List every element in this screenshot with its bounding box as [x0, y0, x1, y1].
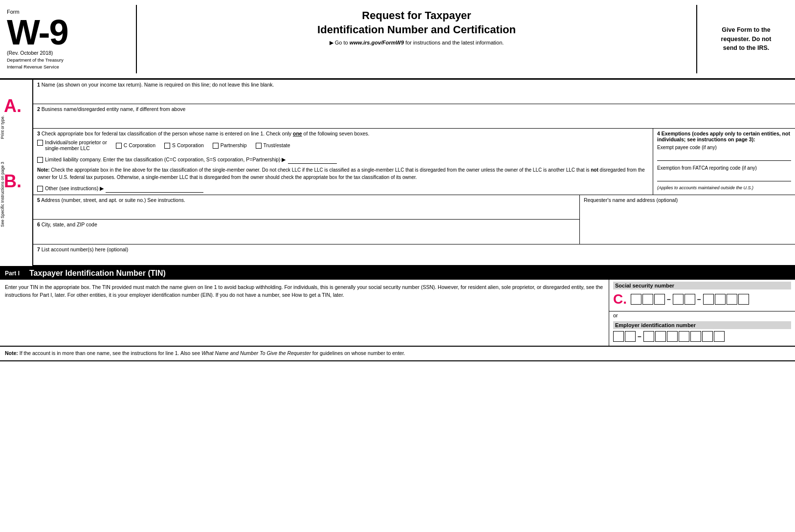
field6-num: 6	[37, 222, 40, 227]
fatca-note: (Applies to accounts maintained outside …	[657, 185, 791, 190]
field3-area: 3 Check appropriate box for federal tax …	[33, 129, 653, 195]
address-container: 5 Address (number, street, and apt. or s…	[33, 195, 795, 244]
ein-cell-7[interactable]	[690, 331, 701, 342]
other-label: Other (see instructions) ▶	[45, 185, 104, 191]
ein-segment1	[613, 331, 636, 342]
checkbox-individual: Individual/sole proprietor or single-mem…	[37, 139, 107, 151]
ssn-cell-3[interactable]	[654, 294, 665, 305]
form-header: Form W-9 (Rev. October 2018) Department …	[0, 0, 795, 80]
ein-cell-2[interactable]	[625, 331, 636, 342]
note-label: Note:	[37, 167, 50, 173]
exempt-payee-label: Exempt payee code (if any)	[657, 144, 791, 151]
requester-label: Requester's name and address (optional)	[584, 197, 678, 203]
dept-line1: Department of the Treasury	[7, 57, 129, 63]
exempt-payee-text: Exempt payee code (if any)	[657, 145, 717, 150]
bottom-note: Note: If the account is in more than one…	[0, 347, 795, 361]
bottom-note-italic: What Name and Number To Give the Request…	[201, 350, 311, 356]
sidebar-print-text: Print or type.	[0, 115, 33, 139]
note-text: Check the appropriate box in the line ab…	[51, 167, 589, 173]
ssn-box: Social security number C. –	[609, 280, 795, 311]
part1-body-content: Enter your TIN in the appropriate box. T…	[5, 284, 603, 298]
field7-input[interactable]	[37, 253, 791, 263]
ein-cell-3[interactable]	[643, 331, 654, 342]
field6-label: 6 City, state, and ZIP code	[37, 222, 575, 227]
checkbox-scorp: S Corporation	[164, 142, 204, 149]
checkbox-scorp-label: S Corporation	[172, 142, 204, 148]
ssn-cell-1[interactable]	[631, 294, 641, 305]
ein-cell-1[interactable]	[613, 331, 624, 342]
field5-num: 5	[37, 197, 40, 203]
field2-input[interactable]	[37, 113, 791, 125]
or-divider: or	[609, 311, 795, 319]
field6-text: City, state, and ZIP code	[42, 222, 97, 227]
ein-segment2	[643, 331, 725, 342]
address-left: 5 Address (number, street, and apt. or s…	[33, 195, 580, 244]
checkbox-ccorp: C Corporation	[116, 142, 155, 149]
ssn-segment3	[703, 294, 749, 305]
ein-dash: –	[638, 332, 641, 340]
ein-cell-9[interactable]	[714, 331, 725, 342]
field6-input[interactable]	[37, 228, 575, 240]
ein-cell-8[interactable]	[702, 331, 713, 342]
checkbox-ccorp-label: C Corporation	[124, 142, 155, 148]
ssn-cell-5[interactable]	[685, 294, 695, 305]
field2-row: 2 Business name/disregarded entity name,…	[33, 104, 795, 129]
field3-4-row: 3 Check appropriate box for federal tax …	[33, 129, 795, 195]
checkbox-other-box[interactable]	[37, 186, 43, 192]
checkbox-scorp-box[interactable]	[164, 143, 170, 149]
ein-fields: –	[613, 331, 791, 342]
field5-text: Address (number, street, and apt. or sui…	[41, 197, 185, 203]
llc-label: Limited liability company. Enter the tax…	[45, 156, 286, 162]
ssn-cell-6[interactable]	[703, 294, 714, 305]
ssn-label: Social security number	[613, 282, 791, 289]
field3-num: 3	[37, 131, 40, 136]
field2-label: 2 Business name/disregarded entity name,…	[37, 106, 791, 112]
checkbox-individual-box[interactable]	[37, 140, 43, 146]
title-line1: Request for Taxpayer	[362, 9, 471, 22]
field4-area: 4 Exemptions (codes apply only to certai…	[653, 129, 795, 195]
checkbox-partnership-label: Partnership	[221, 142, 247, 148]
ssn-cell-8[interactable]	[727, 294, 737, 305]
bottom-note-text2: for guidelines on whose number to enter.	[312, 350, 405, 356]
form-fields: 1 Name (as shown on your income tax retu…	[33, 80, 795, 266]
field5-input[interactable]	[37, 204, 575, 216]
ssn-cell-2[interactable]	[642, 294, 653, 305]
ssn-cell-7[interactable]	[715, 294, 726, 305]
part1-title: Taxpayer Identification Number (TIN)	[29, 269, 166, 278]
field7-text: List account number(s) here (optional)	[42, 246, 128, 252]
form-sidebar: A. B. Print or type. See Specific Instru…	[0, 80, 33, 266]
ein-cell-6[interactable]	[679, 331, 689, 342]
field1-text: Name (as shown on your income tax return…	[42, 82, 274, 88]
bottom-note-text: If the account is in more than one name,…	[20, 350, 200, 356]
ssn-cell-4[interactable]	[673, 294, 684, 305]
field3-one: one	[293, 131, 302, 136]
go-to-prefix: ▶ Go to	[330, 40, 350, 45]
note-not: not	[591, 167, 598, 173]
checkbox-partnership-box[interactable]	[213, 143, 219, 149]
checkbox-llc-box[interactable]	[37, 157, 43, 163]
bottom-note-label: Note:	[5, 350, 18, 356]
ein-cell-4[interactable]	[655, 331, 666, 342]
checkbox-trust-box[interactable]	[256, 143, 262, 149]
part1-body: Enter your TIN in the appropriate box. T…	[0, 280, 795, 347]
marker-a: A.	[4, 97, 22, 115]
field4-num: 4	[657, 131, 660, 136]
go-to-instruction: ▶ Go to www.irs.gov/FormW9 for instructi…	[147, 40, 686, 46]
checkbox-partnership: Partnership	[213, 142, 247, 149]
field7-row: 7 List account number(s) here (optional)	[33, 244, 795, 266]
exempt-payee-line[interactable]	[657, 152, 791, 161]
llc-row: Limited liability company. Enter the tax…	[37, 155, 649, 164]
form-page: Form W-9 (Rev. October 2018) Department …	[0, 0, 795, 361]
part1-header: Part I Taxpayer Identification Number (T…	[0, 267, 795, 280]
checkbox-row: Individual/sole proprietor or single-mem…	[37, 139, 649, 151]
checkbox-ccorp-box[interactable]	[116, 143, 122, 149]
field2-text: Business name/disregarded entity name, i…	[42, 106, 186, 112]
field3-text: Check appropriate box for federal tax cl…	[42, 131, 291, 136]
ein-cell-5[interactable]	[667, 331, 678, 342]
ssn-cell-9[interactable]	[738, 294, 749, 305]
ssn-dash2: –	[697, 295, 701, 303]
ein-box: Employer identification number –	[609, 319, 795, 346]
field1-input[interactable]	[37, 89, 791, 100]
fatca-line[interactable]	[657, 173, 791, 181]
fatca-label: Exemption from FATCA reporting code (if …	[657, 165, 791, 172]
